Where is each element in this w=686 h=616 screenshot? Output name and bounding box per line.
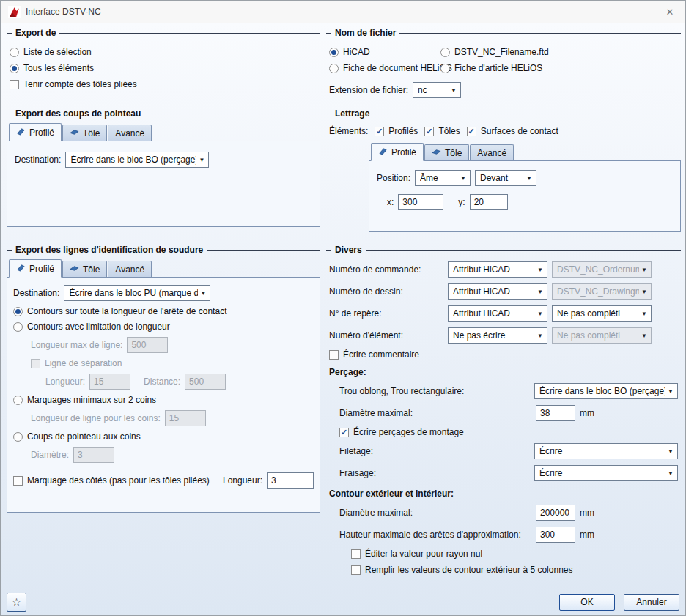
destination-label: Destination:	[15, 155, 61, 165]
soudure-destination-select[interactable]: Écrire dans le bloc PU (marque de ▼	[64, 285, 210, 301]
close-icon[interactable]: ✕	[662, 7, 678, 18]
select-value: Écrire dans le bloc BO (perçage)	[70, 155, 196, 165]
soudure-tab-profile[interactable]: Profilé	[9, 259, 62, 278]
group-nom-de-fichier: Nom de fichier HiCAD DSTV_NC_Filename.ft…	[326, 28, 681, 103]
dropdown-arrow-icon: ▼	[535, 311, 545, 317]
soudure-tab-avance[interactable]: Avancé	[108, 261, 152, 277]
longueur-label: Longueur:	[45, 376, 85, 387]
dropdown-arrow-icon: ▼	[639, 333, 649, 339]
radio-fiche-article-helios[interactable]: Fiche d'article HELiOS	[440, 63, 542, 73]
radio-contours-longueur-totale[interactable]: Contours sur toute la longueur de l'arêt…	[13, 306, 314, 316]
diametre-maximal-input[interactable]: 38	[536, 405, 575, 421]
dropdown-arrow-icon: ▼	[639, 267, 649, 273]
numero-repere-source-select[interactable]: Attribut HiCAD ▼	[448, 305, 547, 322]
longueur-max-label: Longueur max de ligne:	[31, 340, 122, 350]
hauteur-aretes-input[interactable]: 300	[536, 527, 575, 543]
attr-label: Numéro de commande:	[329, 264, 443, 275]
position-select-2[interactable]: Devant ▼	[475, 170, 536, 186]
soudure-tab-pane: Destination: Écrire dans le bloc PU (mar…	[7, 277, 320, 513]
attr-label: N° de repère:	[329, 308, 443, 319]
check-mark-icon: ✓	[468, 127, 475, 136]
tab-label: Avancé	[115, 264, 144, 275]
checkbox-tenir-compte-toles-pliees[interactable]: ✓ Tenir compte des tôles pliées	[10, 79, 320, 89]
attr-row-numero-dessin: Numéro de dessin: Attribut HiCAD ▼ DSTV_…	[329, 283, 678, 300]
radio-label: Tous les éléments	[23, 63, 94, 73]
position-select-1[interactable]: Âme ▼	[415, 170, 471, 186]
radio-hicad[interactable]: HiCAD	[329, 47, 440, 57]
group-title-export-de: Export de	[7, 28, 320, 38]
select-value: Attribut HiCAD	[453, 308, 535, 319]
checkbox-marquage-cotes[interactable]: ✓ Marquage des côtés (pas pour les tôles…	[13, 475, 210, 486]
lettrage-tab-tole[interactable]: Tôle	[424, 144, 469, 160]
tab-label: Profilé	[29, 264, 54, 274]
numero-dessin-attr-select: DSTV_NC_Drawingnur ▼	[552, 283, 652, 300]
tab-label: Profilé	[29, 127, 54, 138]
radio-icon	[10, 48, 19, 57]
x-input[interactable]: 300	[398, 194, 443, 210]
lettrage-tab-avance[interactable]: Avancé	[470, 144, 514, 160]
select-value: Écrire	[539, 468, 665, 478]
group-title-text: Divers	[335, 245, 362, 255]
checkbox-icon: ✓	[424, 127, 434, 136]
dropdown-arrow-icon: ▼	[665, 388, 676, 395]
marquage-longueur-input[interactable]: 3	[267, 472, 314, 489]
check-mark-icon: ✓	[376, 127, 383, 136]
ok-button[interactable]: OK	[559, 594, 615, 611]
cancel-button[interactable]: Annuler	[624, 594, 679, 611]
soudure-tab-tole[interactable]: Tôle	[62, 261, 107, 277]
trou-oblong-select[interactable]: Écrire dans le bloc BO (perçage) ▼	[534, 383, 678, 399]
attr-label: Numéro d'élément:	[329, 330, 443, 341]
radio-coups-pointeau-coins[interactable]: Coups de pointeau aux coins	[13, 431, 314, 442]
radio-marquages-minimaux[interactable]: Marquages minimaux sur 2 coins	[13, 395, 314, 405]
checkbox-label: Marquage des côtés (pas pour les tôles p…	[27, 475, 210, 486]
radio-dstv-nc-filename-ftd[interactable]: DSTV_NC_Filename.ftd	[440, 47, 549, 57]
numero-element-source-select[interactable]: Ne pas écrire ▼	[448, 327, 547, 344]
contour-section-title: Contour extérieur et intérieur:	[329, 489, 454, 499]
contour-diametre-input[interactable]: 200000	[536, 505, 575, 521]
checkbox-icon: ✓	[31, 359, 40, 368]
pointeau-tab-tole[interactable]: Tôle	[62, 125, 107, 141]
sheet-icon	[432, 147, 441, 159]
checkbox-surfaces-contact[interactable]: ✓ Surfaces de contact	[467, 126, 558, 136]
checkbox-remplir-contour[interactable]: ✓ Remplir les valeurs de contour extérie…	[329, 565, 678, 575]
y-input[interactable]: 20	[470, 194, 508, 210]
select-value: Ne pas compléti	[557, 330, 639, 341]
pointeau-destination-select[interactable]: Écrire dans le bloc BO (perçage) ▼	[65, 152, 209, 168]
radio-contours-limitation[interactable]: Contours avec limitation de longueur	[13, 322, 314, 332]
select-value: Devant	[480, 173, 524, 183]
attr-row-numero-commande: Numéro de commande: Attribut HiCAD ▼ DST…	[329, 261, 678, 278]
favorites-button[interactable]: ☆	[7, 593, 26, 612]
group-export-de: Export de Liste de sélection Tous les él…	[7, 28, 320, 103]
radio-fiche-document-helios[interactable]: Fiche de document HELiOS	[329, 63, 440, 73]
checkbox-profiles[interactable]: ✓ Profilés	[375, 126, 418, 136]
radio-liste-selection[interactable]: Liste de sélection	[10, 47, 320, 57]
diametre-maximal-label: Diamètre maximal:	[339, 408, 531, 418]
numero-repere-completer-select[interactable]: Ne pas compléti ▼	[552, 305, 652, 322]
checkbox-label: Tenir compte des tôles pliées	[23, 79, 137, 89]
select-value: Écrire dans le bloc BO (perçage)	[539, 386, 665, 396]
checkbox-toles[interactable]: ✓ Tôles	[424, 126, 460, 136]
filetage-select[interactable]: Écrire ▼	[534, 443, 678, 459]
checkbox-percages-montage[interactable]: ✓ Écrire perçages de montage	[329, 427, 678, 437]
numero-commande-source-select[interactable]: Attribut HiCAD ▼	[448, 261, 547, 278]
lettrage-tab-profile[interactable]: Profilé	[371, 143, 424, 161]
pointeau-tab-profile[interactable]: Profilé	[9, 123, 62, 141]
title-bar: Interface DSTV-NC ✕	[1, 1, 685, 23]
radio-icon	[13, 396, 23, 405]
group-divers: Divers Numéro de commande: Attribut HiCA…	[326, 245, 681, 590]
radio-label: Fiche d'article HELiOS	[454, 63, 542, 73]
radio-tous-elements[interactable]: Tous les éléments	[10, 63, 320, 73]
group-title-text: Lettrage	[335, 108, 369, 119]
sheet-icon	[70, 127, 79, 139]
extension-fichier-select[interactable]: nc ▼	[413, 82, 461, 98]
checkbox-ecrire-commentaire[interactable]: ✓ Écrire commentaire	[329, 349, 678, 360]
radio-icon	[329, 64, 339, 73]
radio-label: Coups de pointeau aux coins	[27, 431, 141, 442]
checkbox-editer-rayon-nul[interactable]: ✓ Éditer la valeur pour rayon nul	[329, 549, 678, 559]
group-lettrage: Lettrage Éléments: ✓ Profilés ✓ Tôles ✓ …	[326, 108, 681, 240]
tab-label: Tôle	[83, 264, 100, 275]
numero-dessin-source-select[interactable]: Attribut HiCAD ▼	[448, 283, 547, 300]
pointeau-tab-avance[interactable]: Avancé	[108, 125, 152, 141]
fraisage-select[interactable]: Écrire ▼	[534, 465, 678, 481]
unit-label: mm	[580, 530, 594, 540]
